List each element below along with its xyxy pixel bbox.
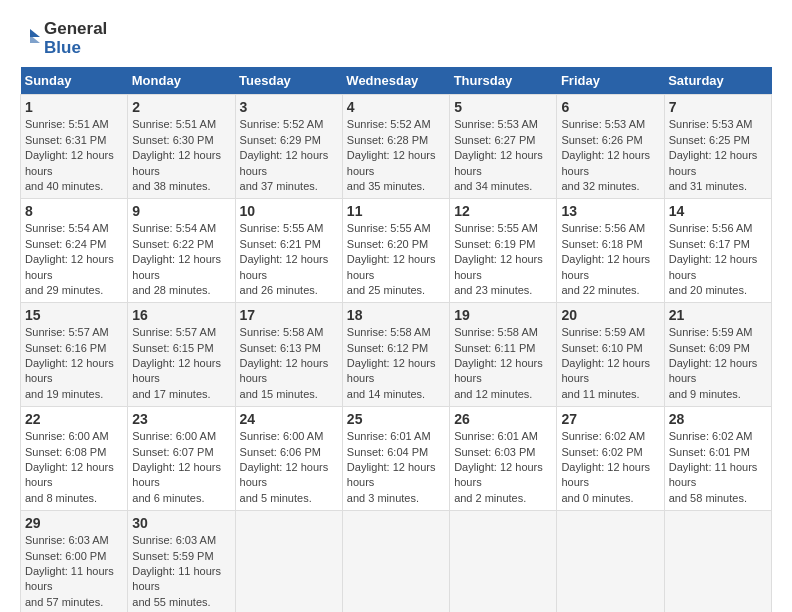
- day-cell-22: 22 Sunrise: 6:00 AMSunset: 6:08 PMDaylig…: [21, 407, 128, 511]
- day-cell-1: 1 Sunrise: 5:51 AMSunset: 6:31 PMDayligh…: [21, 95, 128, 199]
- day-info: Sunrise: 5:51 AMSunset: 6:30 PMDaylight:…: [132, 117, 230, 194]
- day-number: 11: [347, 203, 445, 219]
- day-cell-14: 14 Sunrise: 5:56 AMSunset: 6:17 PMDaylig…: [664, 199, 771, 303]
- day-cell-21: 21 Sunrise: 5:59 AMSunset: 6:09 PMDaylig…: [664, 303, 771, 407]
- day-cell-30: 30 Sunrise: 6:03 AMSunset: 5:59 PMDaylig…: [128, 511, 235, 612]
- header-cell-sunday: Sunday: [21, 67, 128, 95]
- day-cell-15: 15 Sunrise: 5:57 AMSunset: 6:16 PMDaylig…: [21, 303, 128, 407]
- day-number: 3: [240, 99, 338, 115]
- day-cell-5: 5 Sunrise: 5:53 AMSunset: 6:27 PMDayligh…: [450, 95, 557, 199]
- day-cell-empty: [557, 511, 664, 612]
- header-cell-friday: Friday: [557, 67, 664, 95]
- day-cell-29: 29 Sunrise: 6:03 AMSunset: 6:00 PMDaylig…: [21, 511, 128, 612]
- day-info: Sunrise: 5:57 AMSunset: 6:16 PMDaylight:…: [25, 325, 123, 402]
- day-cell-3: 3 Sunrise: 5:52 AMSunset: 6:29 PMDayligh…: [235, 95, 342, 199]
- day-number: 13: [561, 203, 659, 219]
- day-cell-20: 20 Sunrise: 5:59 AMSunset: 6:10 PMDaylig…: [557, 303, 664, 407]
- header-cell-wednesday: Wednesday: [342, 67, 449, 95]
- header: General Blue: [20, 20, 772, 57]
- day-info: Sunrise: 5:55 AMSunset: 6:20 PMDaylight:…: [347, 221, 445, 298]
- day-info: Sunrise: 5:57 AMSunset: 6:15 PMDaylight:…: [132, 325, 230, 402]
- day-cell-4: 4 Sunrise: 5:52 AMSunset: 6:28 PMDayligh…: [342, 95, 449, 199]
- calendar-table: SundayMondayTuesdayWednesdayThursdayFrid…: [20, 67, 772, 612]
- day-number: 10: [240, 203, 338, 219]
- day-number: 17: [240, 307, 338, 323]
- day-info: Sunrise: 6:02 AMSunset: 6:01 PMDaylight:…: [669, 429, 767, 506]
- day-info: Sunrise: 5:53 AMSunset: 6:25 PMDaylight:…: [669, 117, 767, 194]
- day-number: 1: [25, 99, 123, 115]
- week-row-4: 22 Sunrise: 6:00 AMSunset: 6:08 PMDaylig…: [21, 407, 772, 511]
- logo-text-general: General: [44, 20, 107, 39]
- day-cell-12: 12 Sunrise: 5:55 AMSunset: 6:19 PMDaylig…: [450, 199, 557, 303]
- day-info: Sunrise: 5:59 AMSunset: 6:10 PMDaylight:…: [561, 325, 659, 402]
- day-number: 20: [561, 307, 659, 323]
- svg-marker-0: [30, 29, 40, 37]
- day-cell-19: 19 Sunrise: 5:58 AMSunset: 6:11 PMDaylig…: [450, 303, 557, 407]
- day-cell-24: 24 Sunrise: 6:00 AMSunset: 6:06 PMDaylig…: [235, 407, 342, 511]
- day-number: 7: [669, 99, 767, 115]
- day-info: Sunrise: 6:03 AMSunset: 5:59 PMDaylight:…: [132, 533, 230, 610]
- header-row: SundayMondayTuesdayWednesdayThursdayFrid…: [21, 67, 772, 95]
- day-cell-empty: [450, 511, 557, 612]
- header-cell-tuesday: Tuesday: [235, 67, 342, 95]
- day-number: 23: [132, 411, 230, 427]
- day-cell-empty: [342, 511, 449, 612]
- day-info: Sunrise: 6:03 AMSunset: 6:00 PMDaylight:…: [25, 533, 123, 610]
- week-row-2: 8 Sunrise: 5:54 AMSunset: 6:24 PMDayligh…: [21, 199, 772, 303]
- logo-arrow-icon: [20, 29, 40, 49]
- day-cell-11: 11 Sunrise: 5:55 AMSunset: 6:20 PMDaylig…: [342, 199, 449, 303]
- day-number: 22: [25, 411, 123, 427]
- day-info: Sunrise: 5:53 AMSunset: 6:27 PMDaylight:…: [454, 117, 552, 194]
- day-number: 5: [454, 99, 552, 115]
- day-info: Sunrise: 5:51 AMSunset: 6:31 PMDaylight:…: [25, 117, 123, 194]
- day-cell-27: 27 Sunrise: 6:02 AMSunset: 6:02 PMDaylig…: [557, 407, 664, 511]
- day-number: 9: [132, 203, 230, 219]
- day-info: Sunrise: 6:00 AMSunset: 6:08 PMDaylight:…: [25, 429, 123, 506]
- week-row-3: 15 Sunrise: 5:57 AMSunset: 6:16 PMDaylig…: [21, 303, 772, 407]
- day-cell-25: 25 Sunrise: 6:01 AMSunset: 6:04 PMDaylig…: [342, 407, 449, 511]
- day-info: Sunrise: 5:54 AMSunset: 6:24 PMDaylight:…: [25, 221, 123, 298]
- day-number: 18: [347, 307, 445, 323]
- day-cell-18: 18 Sunrise: 5:58 AMSunset: 6:12 PMDaylig…: [342, 303, 449, 407]
- day-info: Sunrise: 6:01 AMSunset: 6:03 PMDaylight:…: [454, 429, 552, 506]
- day-number: 25: [347, 411, 445, 427]
- day-cell-6: 6 Sunrise: 5:53 AMSunset: 6:26 PMDayligh…: [557, 95, 664, 199]
- week-row-1: 1 Sunrise: 5:51 AMSunset: 6:31 PMDayligh…: [21, 95, 772, 199]
- day-info: Sunrise: 5:58 AMSunset: 6:11 PMDaylight:…: [454, 325, 552, 402]
- day-number: 28: [669, 411, 767, 427]
- day-cell-9: 9 Sunrise: 5:54 AMSunset: 6:22 PMDayligh…: [128, 199, 235, 303]
- day-cell-2: 2 Sunrise: 5:51 AMSunset: 6:30 PMDayligh…: [128, 95, 235, 199]
- day-number: 21: [669, 307, 767, 323]
- day-info: Sunrise: 5:52 AMSunset: 6:28 PMDaylight:…: [347, 117, 445, 194]
- day-info: Sunrise: 6:00 AMSunset: 6:06 PMDaylight:…: [240, 429, 338, 506]
- day-info: Sunrise: 5:56 AMSunset: 6:18 PMDaylight:…: [561, 221, 659, 298]
- day-info: Sunrise: 5:55 AMSunset: 6:19 PMDaylight:…: [454, 221, 552, 298]
- header-cell-thursday: Thursday: [450, 67, 557, 95]
- day-number: 2: [132, 99, 230, 115]
- day-number: 27: [561, 411, 659, 427]
- day-info: Sunrise: 6:01 AMSunset: 6:04 PMDaylight:…: [347, 429, 445, 506]
- day-cell-17: 17 Sunrise: 5:58 AMSunset: 6:13 PMDaylig…: [235, 303, 342, 407]
- day-info: Sunrise: 6:00 AMSunset: 6:07 PMDaylight:…: [132, 429, 230, 506]
- day-number: 4: [347, 99, 445, 115]
- day-cell-7: 7 Sunrise: 5:53 AMSunset: 6:25 PMDayligh…: [664, 95, 771, 199]
- day-cell-23: 23 Sunrise: 6:00 AMSunset: 6:07 PMDaylig…: [128, 407, 235, 511]
- day-number: 26: [454, 411, 552, 427]
- day-cell-10: 10 Sunrise: 5:55 AMSunset: 6:21 PMDaylig…: [235, 199, 342, 303]
- logo-text-blue: Blue: [44, 39, 107, 58]
- day-info: Sunrise: 5:58 AMSunset: 6:12 PMDaylight:…: [347, 325, 445, 402]
- day-cell-13: 13 Sunrise: 5:56 AMSunset: 6:18 PMDaylig…: [557, 199, 664, 303]
- day-cell-28: 28 Sunrise: 6:02 AMSunset: 6:01 PMDaylig…: [664, 407, 771, 511]
- day-number: 29: [25, 515, 123, 531]
- day-info: Sunrise: 5:55 AMSunset: 6:21 PMDaylight:…: [240, 221, 338, 298]
- day-cell-26: 26 Sunrise: 6:01 AMSunset: 6:03 PMDaylig…: [450, 407, 557, 511]
- day-info: Sunrise: 5:54 AMSunset: 6:22 PMDaylight:…: [132, 221, 230, 298]
- day-info: Sunrise: 5:56 AMSunset: 6:17 PMDaylight:…: [669, 221, 767, 298]
- day-number: 6: [561, 99, 659, 115]
- day-number: 14: [669, 203, 767, 219]
- day-number: 15: [25, 307, 123, 323]
- logo: General Blue: [20, 20, 107, 57]
- header-cell-saturday: Saturday: [664, 67, 771, 95]
- header-cell-monday: Monday: [128, 67, 235, 95]
- day-number: 30: [132, 515, 230, 531]
